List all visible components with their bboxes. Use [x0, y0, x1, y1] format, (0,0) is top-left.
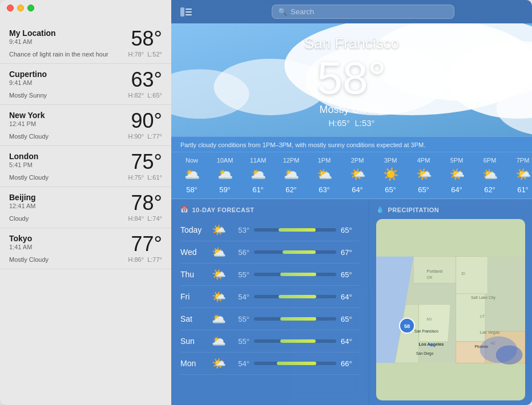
bottom-panels: 📅 10-DAY FORECAST Today 🌤️ 53° 65° Wed ⛅… — [171, 199, 532, 405]
hourly-scroll[interactable]: Now 🌥️ 58° 10AM 🌥️ 59° 11AM 🌥️ 61° 12PM … — [171, 152, 532, 199]
svg-rect-0 — [180, 7, 184, 17]
svg-text:NV: NV — [427, 317, 433, 321]
hourly-icon: ⛅ — [482, 167, 498, 182]
forecast-icon: 🌤️ — [211, 223, 227, 237]
forecast-day: Fri — [180, 292, 206, 301]
hourly-temp: 58° — [186, 185, 198, 194]
sidebar-location-item[interactable]: London 5:41 PM 75° Mostly Cloudy H:75° L… — [0, 146, 171, 187]
forecast-icon: 🌤️ — [211, 357, 227, 370]
forecast-low: 55° — [231, 337, 249, 346]
location-time: 9:41 AM — [9, 79, 47, 86]
hero-content: San Francisco 58° Mostly Cloudy H:65° L:… — [183, 35, 521, 128]
forecast-high: 67° — [341, 248, 359, 257]
svg-rect-1 — [186, 9, 192, 10]
hourly-label: 7PM — [517, 157, 530, 164]
hourly-icon: 🌥️ — [284, 167, 299, 182]
svg-rect-2 — [186, 11, 192, 13]
sidebar-location-item[interactable]: My Location 9:41 AM 58° Chance of light … — [0, 23, 171, 64]
hourly-label: 3PM — [384, 157, 397, 164]
temp-bar-container — [254, 317, 336, 321]
hourly-item: 6PM ⛅ 62° — [478, 157, 501, 194]
search-bar[interactable]: 🔍 — [272, 5, 454, 19]
precipitation-map[interactable]: Portland OR ID Salt Lake City UT NV Las … — [376, 219, 525, 400]
forecast-row: Thu 🌤️ 55° 65° — [180, 264, 359, 286]
temp-bar — [280, 273, 316, 276]
location-name: Cupertino — [9, 70, 47, 79]
location-name: London — [9, 152, 38, 161]
forecast-icon: 🌤️ — [211, 268, 227, 281]
forecast-icon: ⛅ — [211, 245, 227, 259]
maximize-button[interactable] — [27, 5, 34, 11]
hourly-temp: 61° — [517, 185, 529, 194]
forecast-high: 65° — [341, 226, 359, 234]
forecast-high: 64° — [341, 337, 359, 346]
svg-text:Phoenix: Phoenix — [474, 345, 488, 349]
hourly-item: 2PM 🌤️ 64° — [346, 157, 369, 194]
hourly-icon: ⛅ — [317, 167, 332, 182]
svg-rect-14 — [456, 257, 488, 294]
hourly-temp: 63° — [319, 185, 330, 194]
location-name: Beijing — [9, 193, 36, 202]
svg-text:ID: ID — [461, 272, 465, 276]
svg-text:San Francisco: San Francisco — [414, 329, 438, 333]
precipitation-panel: 💧 PRECIPITATION — [369, 199, 532, 405]
hourly-label: 6PM — [483, 157, 497, 164]
sidebar-location-item[interactable]: Cupertino 9:41 AM 63° Mostly Sunny H:82°… — [0, 64, 171, 105]
hourly-label: 5PM — [450, 157, 464, 164]
search-input[interactable] — [291, 7, 448, 16]
hourly-icon: 🌥️ — [251, 167, 266, 182]
hero-high-low: H:65° L:53° — [183, 118, 521, 128]
temp-bar-container — [254, 250, 336, 254]
hourly-section: Partly cloudy conditions from 1PM–3PM, w… — [171, 136, 532, 199]
forecast-low: 55° — [231, 315, 249, 323]
svg-text:58: 58 — [404, 323, 410, 329]
forecast-low: 56° — [231, 248, 249, 257]
sidebar-location-item[interactable]: Tokyo 1:41 AM 77° Mostly Cloudy H:86° L:… — [0, 228, 171, 269]
forecast-day: Wed — [180, 248, 206, 257]
location-temperature: 90° — [131, 111, 162, 131]
temp-bar-container — [254, 228, 336, 232]
temp-bar-container — [254, 273, 336, 276]
svg-text:Portland: Portland — [427, 269, 443, 274]
main-panel: 🔍 — [171, 0, 532, 405]
app-window: My Location 9:41 AM 58° Chance of light … — [0, 0, 532, 405]
forecast-row: Mon 🌤️ 54° 66° — [180, 353, 359, 375]
svg-text:Salt Lake City: Salt Lake City — [471, 295, 496, 300]
hourly-temp: 64° — [352, 185, 363, 194]
svg-rect-3 — [186, 14, 192, 15]
precip-title: 💧 PRECIPITATION — [376, 206, 525, 213]
sidebar-location-item[interactable]: New York 12:41 PM 90° Mostly Cloudy H:90… — [0, 105, 171, 146]
hourly-item: 11AM 🌥️ 61° — [247, 157, 269, 194]
forecast-row: Fri 🌤️ 54° 64° — [180, 286, 359, 308]
forecast-high: 65° — [341, 270, 359, 279]
forecast-high: 66° — [341, 359, 359, 368]
traffic-lights — [7, 5, 34, 11]
forecast-low: 53° — [231, 226, 249, 234]
sidebar-toggle-button[interactable] — [180, 6, 196, 18]
hourly-label: Now — [186, 157, 198, 164]
location-time: 1:41 AM — [9, 244, 32, 250]
close-button[interactable] — [7, 5, 14, 11]
svg-marker-15 — [419, 305, 451, 342]
sidebar-location-item[interactable]: Beijing 12:41 AM 78° Cloudy H:84° L:74° — [0, 187, 171, 228]
hero-condition: Mostly Cloudy — [183, 104, 521, 116]
hourly-item: 4PM 🌤️ 65° — [412, 157, 435, 194]
location-temperature: 77° — [131, 234, 162, 254]
forecast-day: Mon — [180, 359, 206, 368]
forecast-panel: 📅 10-DAY FORECAST Today 🌤️ 53° 65° Wed ⛅… — [171, 199, 368, 405]
forecast-row: Wed ⛅ 56° 67° — [180, 241, 359, 264]
location-high-low: H:78° L:52° — [128, 51, 162, 58]
forecast-row: Today 🌤️ 53° 65° — [180, 219, 359, 241]
temp-bar-container — [254, 339, 336, 343]
temp-bar — [279, 228, 316, 232]
hourly-icon: ☀️ — [383, 167, 398, 182]
temp-bar — [283, 250, 316, 254]
temp-bar — [279, 295, 316, 298]
forecast-high: 65° — [341, 315, 359, 323]
location-high-low: H:84° L:74° — [128, 215, 162, 222]
forecast-row: Sun 🌥️ 55° 64° — [180, 330, 359, 353]
hourly-icon: 🌤️ — [416, 167, 432, 182]
hero-city: San Francisco — [183, 35, 521, 52]
minimize-button[interactable] — [17, 5, 24, 11]
hourly-label: 1PM — [318, 157, 331, 164]
